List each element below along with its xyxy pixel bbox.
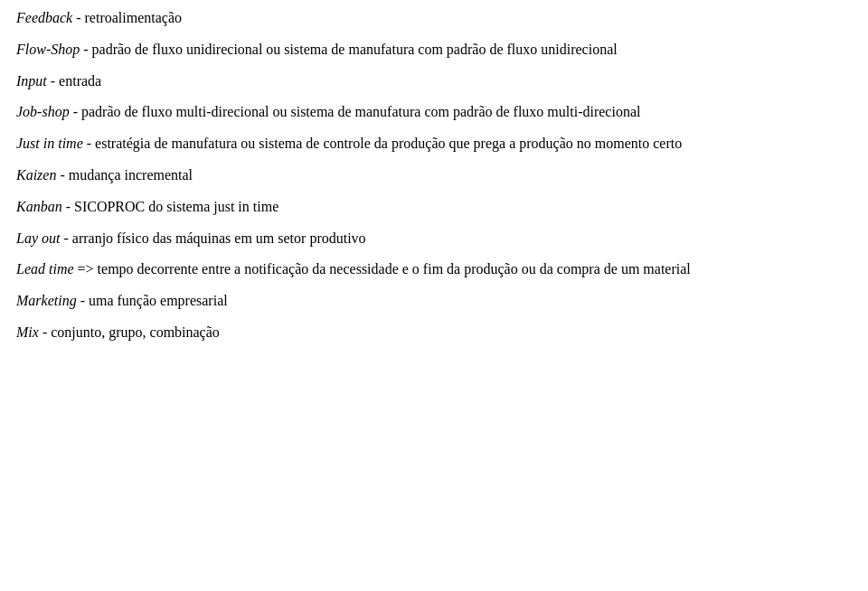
- term-flow-shop: Flow-Shop: [16, 42, 80, 57]
- term-input: Input: [16, 73, 47, 89]
- term-feedback: Feedback: [16, 10, 72, 25]
- glossary-entry-kanban: Kanban - SICOPROC do sistema just in tim…: [16, 196, 852, 219]
- term-marketing: Marketing: [16, 293, 77, 308]
- glossary-entry-lead-time: Lead time => tempo decorrente entre a no…: [16, 258, 852, 281]
- term-kanban: Kanban: [16, 199, 62, 214]
- glossary-entry-job-shop: Job-shop - padrão de fluxo multi-direcio…: [16, 101, 852, 124]
- term-mix: Mix: [16, 324, 39, 340]
- glossary-entry-mix: Mix - conjunto, grupo, combinação: [16, 322, 852, 344]
- glossary-entry-feedback: Feedback - retroalimentação: [16, 7, 852, 30]
- glossary-entry-just-in-time: Just in time - estratégia de manufatura …: [16, 133, 852, 155]
- glossary-entry-kaizen: Kaizen - mudança incremental: [16, 164, 852, 187]
- glossary-entry-input: Input - entrada: [16, 70, 852, 93]
- term-just-in-time: Just in time: [16, 136, 83, 151]
- glossary-entry-flow-shop: Flow-Shop - padrão de fluxo unidireciona…: [16, 39, 852, 61]
- term-lay-out: Lay out: [16, 230, 60, 246]
- term-kaizen: Kaizen: [16, 167, 56, 183]
- glossary-entry-marketing: Marketing - uma função empresarial: [16, 290, 852, 313]
- glossary-entry-lay-out: Lay out - arranjo físico das máquinas em…: [16, 228, 852, 250]
- term-lead-time: Lead time: [16, 261, 74, 277]
- term-job-shop: Job-shop: [16, 104, 70, 119]
- glossary-content: Feedback - retroalimentaçãoFlow-Shop - p…: [16, 7, 852, 344]
